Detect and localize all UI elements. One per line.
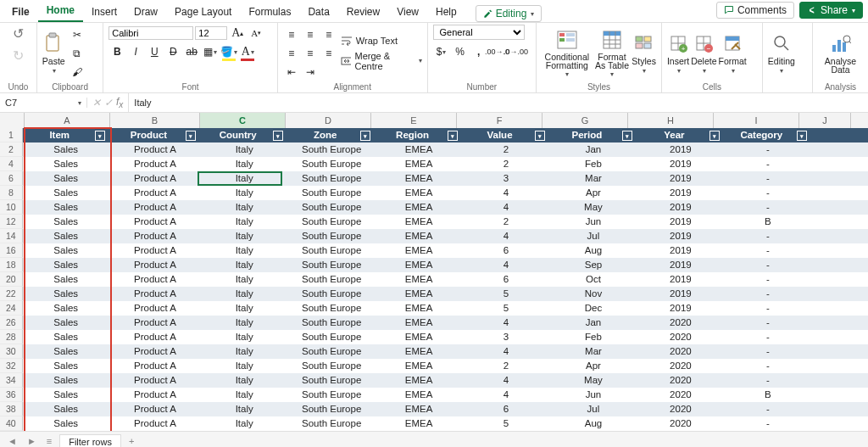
tab-page-layout[interactable]: Page Layout [166, 3, 240, 22]
cell[interactable]: - [725, 402, 812, 416]
filter-button[interactable] [95, 131, 105, 141]
column-header-H[interactable]: H [628, 113, 714, 128]
cell[interactable]: Sales [23, 388, 110, 402]
row-header[interactable]: 36 [0, 388, 23, 402]
cell[interactable]: 5 [463, 416, 550, 431]
row-header[interactable]: 8 [0, 186, 23, 200]
cell[interactable]: 2019 [637, 186, 725, 200]
cell[interactable]: Product A [110, 402, 202, 416]
cut-button[interactable]: ✂ [69, 26, 86, 43]
cell[interactable]: 6 [463, 272, 550, 287]
spreadsheet-grid[interactable]: ABCDEFGHIJ 1ItemProductCountryZoneRegion… [0, 113, 868, 431]
cell[interactable]: South Europe [288, 272, 376, 287]
share-button[interactable]: Share ▾ [799, 2, 863, 19]
cell[interactable]: EMEA [376, 301, 463, 316]
cell[interactable]: Product A [110, 157, 202, 171]
row-header[interactable]: 22 [0, 287, 23, 301]
cell[interactable]: Feb [550, 330, 637, 344]
cell[interactable]: 2019 [637, 142, 725, 157]
cell[interactable]: Jan [550, 316, 637, 330]
align-center-button[interactable]: ≡ [302, 45, 319, 62]
wrap-text-button[interactable]: Wrap Text [341, 36, 422, 46]
cell[interactable]: - [725, 416, 812, 431]
cell[interactable] [812, 373, 868, 388]
cell[interactable] [812, 330, 868, 344]
bold-button[interactable]: B [108, 43, 125, 60]
sheet-tab-active[interactable]: Filter rows [59, 434, 121, 448]
tab-review[interactable]: Review [338, 3, 388, 22]
cancel-formula-button[interactable]: ✕ [92, 97, 101, 109]
cell[interactable]: 2019 [637, 215, 725, 229]
cell[interactable]: B [725, 215, 812, 229]
cell[interactable] [812, 301, 868, 316]
cell[interactable]: Italy [201, 229, 288, 243]
cell[interactable]: Sales [23, 344, 110, 359]
cell[interactable]: - [725, 344, 812, 359]
cell[interactable]: Italy [201, 200, 288, 215]
cell[interactable]: 2019 [637, 287, 725, 301]
fill-color-button[interactable]: 🪣▾ [220, 43, 237, 60]
tab-draw[interactable]: Draw [125, 3, 166, 22]
cell[interactable]: Product A [110, 272, 202, 287]
cell[interactable]: EMEA [376, 359, 463, 373]
cell[interactable]: South Europe [288, 373, 376, 388]
cell[interactable]: 2020 [637, 388, 725, 402]
row-header[interactable]: 32 [0, 359, 23, 373]
cell[interactable]: Sales [23, 157, 110, 171]
cell[interactable]: Italy [201, 301, 288, 316]
cell[interactable]: - [725, 373, 812, 388]
font-name-select[interactable] [108, 26, 193, 40]
cell[interactable]: 2019 [637, 243, 725, 258]
row-header[interactable]: 2 [0, 142, 23, 157]
cell[interactable]: EMEA [376, 243, 463, 258]
column-header-E[interactable]: E [371, 113, 457, 128]
cell[interactable]: South Europe [288, 258, 376, 272]
cell[interactable]: South Europe [288, 301, 376, 316]
cell[interactable]: EMEA [376, 142, 463, 157]
cell[interactable]: EMEA [376, 402, 463, 416]
column-header-G[interactable]: G [542, 113, 628, 128]
cell[interactable]: South Europe [288, 186, 376, 200]
cell[interactable]: 2 [463, 142, 550, 157]
cell[interactable]: Jul [550, 402, 637, 416]
decrease-decimal-button[interactable]: .0→.00 [508, 43, 525, 60]
row-header[interactable]: 40 [0, 416, 23, 431]
table-header-cell[interactable]: Region [376, 128, 463, 142]
cell[interactable]: Sales [23, 215, 110, 229]
align-left-button[interactable]: ≡ [283, 45, 300, 62]
cell[interactable]: Italy [201, 316, 288, 330]
cell[interactable]: South Europe [288, 200, 376, 215]
cell[interactable]: Product A [110, 258, 202, 272]
conditional-formatting-button[interactable]: Conditional Formatting▾ [542, 28, 593, 78]
cell[interactable]: Jul [550, 229, 637, 243]
row-header[interactable]: 38 [0, 402, 23, 416]
cell[interactable] [812, 344, 868, 359]
cell[interactable]: EMEA [376, 229, 463, 243]
tab-formulas[interactable]: Formulas [240, 3, 299, 22]
cell[interactable]: Italy [201, 402, 288, 416]
table-header-cell[interactable]: Country [201, 128, 288, 142]
cell[interactable]: 2020 [637, 373, 725, 388]
align-middle-button[interactable]: ≡ [302, 26, 319, 43]
cell[interactable]: Sep [550, 258, 637, 272]
cell[interactable]: EMEA [376, 416, 463, 431]
row-header[interactable]: 10 [0, 200, 23, 215]
cell[interactable] [812, 388, 868, 402]
cell[interactable] [812, 186, 868, 200]
cell[interactable]: Italy [201, 272, 288, 287]
cell[interactable]: EMEA [376, 157, 463, 171]
cell[interactable]: Product A [110, 186, 202, 200]
strikethrough-button[interactable]: ab [183, 43, 200, 60]
cell[interactable]: 4 [463, 344, 550, 359]
align-right-button[interactable]: ≡ [320, 45, 337, 62]
cell[interactable]: South Europe [288, 402, 376, 416]
cell[interactable]: Italy [201, 373, 288, 388]
currency-button[interactable]: $▾ [433, 43, 450, 60]
cell[interactable]: Apr [550, 186, 637, 200]
column-header-B[interactable]: B [110, 113, 200, 128]
select-all-corner[interactable] [0, 113, 25, 128]
cell[interactable]: Product A [110, 287, 202, 301]
cell[interactable]: Sales [23, 301, 110, 316]
cell[interactable]: 4 [463, 316, 550, 330]
cell[interactable]: 5 [463, 301, 550, 316]
